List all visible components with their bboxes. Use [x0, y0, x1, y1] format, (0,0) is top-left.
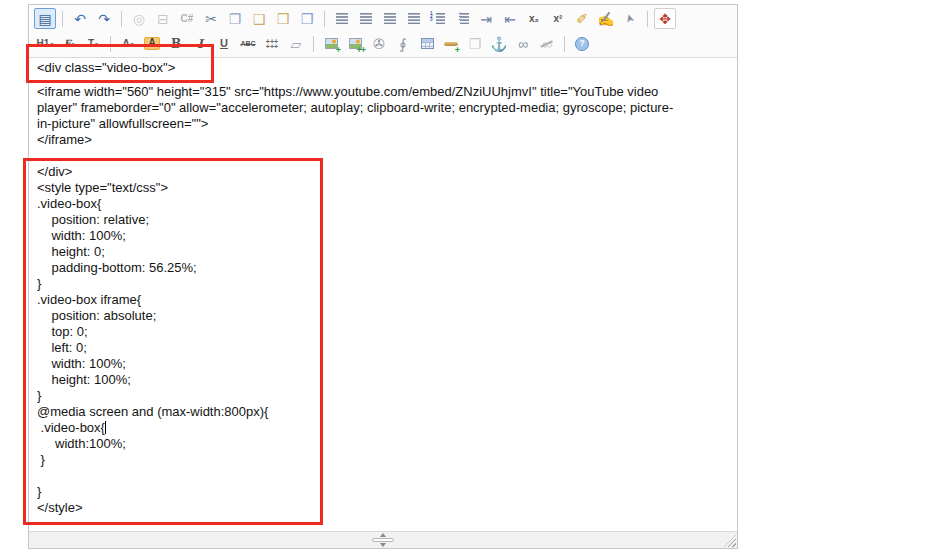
letter-spacing-button[interactable]: +++ +++: [261, 33, 283, 54]
insert-hr-button[interactable]: [440, 33, 462, 54]
toolbar-separator: [313, 36, 314, 52]
code-line[interactable]: player" frameborder="0" allow="accelerom…: [37, 100, 729, 116]
paste-from-word-button[interactable]: ❒: [296, 8, 318, 29]
insert-attachment-button[interactable]: ∮: [392, 33, 414, 54]
align-left-button[interactable]: [331, 8, 353, 29]
remove-format-button[interactable]: ▱: [285, 33, 307, 54]
paste-button[interactable]: ❑: [248, 8, 270, 29]
select-all-button[interactable]: ➤: [619, 8, 641, 29]
insert-images-button[interactable]: [344, 33, 366, 54]
unordered-list-button[interactable]: [451, 8, 473, 29]
code-button[interactable]: C#: [176, 8, 198, 29]
align-center-button[interactable]: [355, 8, 377, 29]
redo-button[interactable]: ↷: [93, 8, 115, 29]
quick-format-button[interactable]: ✍: [595, 8, 617, 29]
code-line[interactable]: </iframe>: [37, 132, 729, 148]
strikethrough-button[interactable]: ABC: [237, 33, 259, 54]
cut-button[interactable]: ✂: [200, 8, 222, 29]
toolbar-separator: [62, 11, 63, 27]
paste-as-text-button[interactable]: ❒: [272, 8, 294, 29]
source-toggle-button[interactable]: ▤: [34, 8, 56, 29]
resize-down-icon: [380, 543, 386, 547]
unlink-button[interactable]: ∞: [536, 33, 558, 54]
editor-statusbar: [29, 531, 737, 548]
print-button[interactable]: ⊟: [152, 8, 174, 29]
ordered-list-button[interactable]: [427, 8, 449, 29]
indent-button[interactable]: ⇥: [475, 8, 497, 29]
resize-handle[interactable]: [372, 533, 394, 547]
insert-table-button[interactable]: [416, 33, 438, 54]
superscript-button[interactable]: x²: [547, 8, 569, 29]
align-right-button[interactable]: [379, 8, 401, 29]
preview-button[interactable]: ◎: [128, 8, 150, 29]
toolbar-row: ▤↶↷◎⊟C#✂❐❑❒❒⇥⇤x₂x²✐✍➤✥: [33, 6, 733, 31]
help-button[interactable]: ?: [571, 33, 593, 54]
insert-image-button[interactable]: [320, 33, 342, 54]
link-button[interactable]: ∞: [512, 33, 534, 54]
annotation-box-style-block: [23, 158, 323, 525]
toolbar-separator: [647, 11, 648, 27]
code-line[interactable]: in-picture" allowfullscreen="">: [37, 116, 729, 132]
undo-button[interactable]: ↶: [69, 8, 91, 29]
align-justify-button[interactable]: [403, 8, 425, 29]
resize-up-icon: [380, 533, 386, 537]
subscript-button[interactable]: x₂: [523, 8, 545, 29]
toolbar-separator: [324, 11, 325, 27]
toolbar-separator: [121, 11, 122, 27]
insert-video-button[interactable]: ✇: [368, 33, 390, 54]
copy-button[interactable]: ❐: [224, 8, 246, 29]
resize-bar-icon: [372, 538, 394, 542]
underline-button[interactable]: U: [213, 33, 235, 54]
format-brush-button[interactable]: ✐: [571, 8, 593, 29]
annotation-box-div-open: [26, 44, 214, 83]
resize-grip[interactable]: [724, 535, 736, 547]
fullscreen-button[interactable]: ✥: [654, 8, 676, 29]
outdent-button[interactable]: ⇤: [499, 8, 521, 29]
insert-page-button[interactable]: ❒: [464, 33, 486, 54]
anchor-button[interactable]: ⚓: [488, 33, 510, 54]
toolbar-separator: [564, 36, 565, 52]
code-line[interactable]: <iframe width="560" height="315" src="ht…: [37, 84, 729, 100]
